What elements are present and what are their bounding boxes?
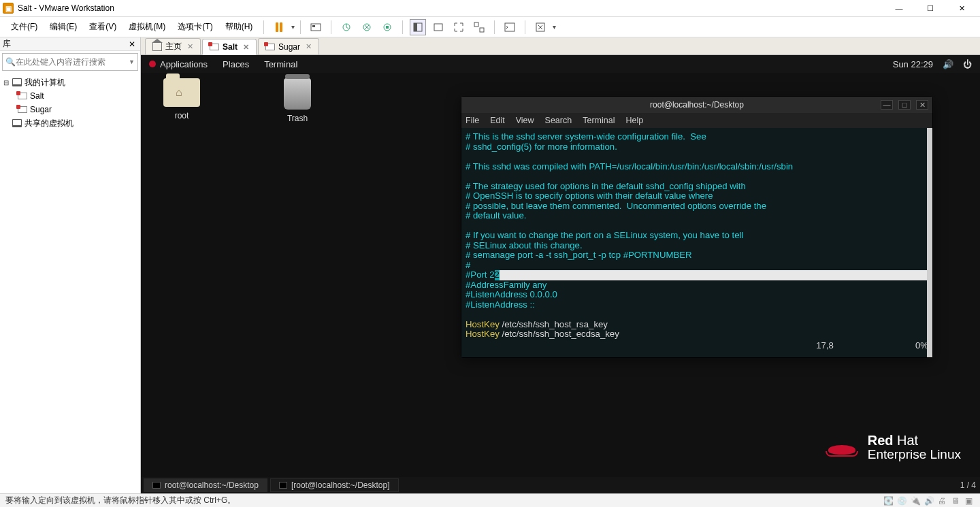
terminal-minimize-button[interactable]: — xyxy=(881,100,893,110)
gnome-places-menu[interactable]: Places xyxy=(223,59,249,69)
desktop-icon-label: root xyxy=(154,111,209,120)
device-hdd-icon[interactable]: 💽 xyxy=(883,496,893,506)
vm-pause-button[interactable] xyxy=(271,19,287,35)
redhat-icon xyxy=(149,61,156,67)
terminal-icon xyxy=(279,482,287,489)
terminal-line: # possible, but leave them commented. Un… xyxy=(466,201,932,212)
tab-close-button[interactable]: ✕ xyxy=(187,42,193,51)
menu-edit[interactable]: 编辑(E) xyxy=(44,18,82,35)
terminal-line: # OpenSSH is to specify options with the… xyxy=(466,191,932,201)
menu-help[interactable]: 帮助(H) xyxy=(220,18,259,35)
sidebar-close-button[interactable]: ✕ xyxy=(127,39,137,49)
vmware-statusbar: 要将输入定向到该虚拟机，请将鼠标指针移入其中或按 Ctrl+G。 💽 💿 🔌 🔊… xyxy=(0,493,980,507)
vm-power-dropdown[interactable]: ▾ xyxy=(291,23,295,31)
library-tree: ⊟ 我的计算机 Salt Sugar 共享的虚拟机 xyxy=(0,73,140,133)
tree-node-sugar[interactable]: Sugar xyxy=(0,103,140,116)
workspace-pager[interactable]: 1 / 4 xyxy=(960,480,976,490)
terminal-line: # This is the sshd server system-wide co… xyxy=(466,132,932,142)
desktop-icon-trash[interactable]: Trash xyxy=(270,78,325,123)
branding-text: Hat xyxy=(894,433,919,448)
tab-label: Salt xyxy=(223,42,238,52)
vm-tabs: 主页 ✕ Salt ✕ Sugar ✕ xyxy=(141,37,980,55)
terminal-titlebar[interactable]: root@localhost:~/Desktop — □ ✕ xyxy=(461,97,932,113)
terminal-menu-help[interactable]: Help xyxy=(625,116,643,125)
tree-twisty-icon[interactable]: ⊟ xyxy=(3,79,10,86)
view-fullscreen-button[interactable] xyxy=(451,19,467,35)
tab-home[interactable]: 主页 ✕ xyxy=(145,38,201,54)
branding-text: Red xyxy=(868,433,894,448)
sidebar-search[interactable]: 🔍 ▼ xyxy=(2,53,138,71)
menu-tabs[interactable]: 选项卡(T) xyxy=(172,18,218,35)
view-unity-button[interactable] xyxy=(471,19,487,35)
terminal-menu-terminal[interactable]: Terminal xyxy=(583,116,615,125)
console-button[interactable] xyxy=(502,19,518,35)
terminal-menu-edit[interactable]: Edit xyxy=(490,116,505,125)
stretch-guest-button[interactable] xyxy=(532,19,549,35)
tab-sugar[interactable]: Sugar ✕ xyxy=(258,38,319,54)
terminal-scrollbar[interactable] xyxy=(927,128,932,357)
device-printer-icon[interactable]: 🖨 xyxy=(938,496,947,506)
guest-screen[interactable]: Applications Places Terminal Sun 22:29 🔊… xyxy=(141,55,980,493)
tree-node-shared[interactable]: 共享的虚拟机 xyxy=(0,116,140,130)
device-display-icon[interactable]: 🖥 xyxy=(951,496,961,506)
snapshot-revert-button[interactable] xyxy=(359,19,375,35)
device-net-icon[interactable]: 🔌 xyxy=(911,496,920,506)
terminal-menu-search[interactable]: Search xyxy=(545,116,572,125)
vmware-titlebar: ▣ Salt - VMware Workstation — ☐ ✕ xyxy=(0,0,980,17)
terminal-line xyxy=(466,152,932,162)
terminal-menu-view[interactable]: View xyxy=(516,116,534,125)
svg-rect-10 xyxy=(480,28,484,32)
svg-rect-5 xyxy=(386,26,389,29)
main-panel: 主页 ✕ Salt ✕ Sugar ✕ Applications Places … xyxy=(141,37,980,493)
power-icon[interactable]: ⏻ xyxy=(963,59,972,69)
menu-view[interactable]: 查看(V) xyxy=(84,18,122,35)
search-dropdown-icon[interactable]: ▼ xyxy=(129,59,135,65)
snapshot-take-button[interactable] xyxy=(338,19,355,35)
svg-rect-1 xyxy=(312,25,315,27)
menu-vm[interactable]: 虚拟机(M) xyxy=(123,18,171,35)
tree-label: Sugar xyxy=(30,105,52,114)
window-maximize-button[interactable]: ☐ xyxy=(915,0,946,17)
tab-salt[interactable]: Salt ✕ xyxy=(202,39,257,55)
gnome-terminal-window[interactable]: root@localhost:~/Desktop — □ ✕ File Edit… xyxy=(461,96,933,358)
desktop-icon-root[interactable]: ⌂ root xyxy=(154,78,209,123)
tree-node-salt[interactable]: Salt xyxy=(0,89,140,103)
window-close-button[interactable]: ✕ xyxy=(946,0,977,17)
gnome-top-bar: Applications Places Terminal Sun 22:29 🔊… xyxy=(141,55,980,73)
tree-node-mycomputer[interactable]: ⊟ 我的计算机 xyxy=(0,76,140,89)
terminal-body[interactable]: # This is the sshd server system-wide co… xyxy=(461,128,932,357)
device-status-icons: 💽 💿 🔌 🔊 🖨 🖥 ▣ xyxy=(883,496,975,506)
taskbar-task-label: [root@localhost:~/Desktop] xyxy=(291,480,390,490)
gnome-applications-menu[interactable]: Applications xyxy=(160,59,208,69)
terminal-text: #Port 2 xyxy=(466,270,495,280)
sidebar-search-input[interactable] xyxy=(16,57,129,67)
volume-icon[interactable]: 🔊 xyxy=(943,59,953,69)
tab-close-button[interactable]: ✕ xyxy=(243,43,249,52)
gnome-clock[interactable]: Sun 22:29 xyxy=(893,59,933,69)
stretch-dropdown[interactable]: ▾ xyxy=(553,23,556,31)
view-console-button[interactable] xyxy=(430,19,446,35)
window-minimize-button[interactable]: — xyxy=(883,0,915,17)
terminal-close-button[interactable]: ✕ xyxy=(916,100,928,110)
tab-close-button[interactable]: ✕ xyxy=(306,42,312,51)
terminal-status-line: 17,8 0% xyxy=(466,340,932,354)
menu-file[interactable]: 文件(F) xyxy=(5,18,43,35)
view-single-button[interactable] xyxy=(410,19,426,35)
computer-icon xyxy=(12,119,22,127)
send-ctrl-alt-del-button[interactable] xyxy=(308,19,324,35)
device-cd-icon[interactable]: 💿 xyxy=(897,496,906,506)
terminal-menu-file[interactable]: File xyxy=(466,116,479,125)
taskbar-task-terminal-2[interactable]: [root@localhost:~/Desktop] xyxy=(270,478,399,492)
snapshot-manager-button[interactable] xyxy=(379,19,395,35)
window-title: Salt - VMware Workstation xyxy=(18,3,114,13)
device-more-icon[interactable]: ▣ xyxy=(965,496,975,506)
terminal-maximize-button[interactable]: □ xyxy=(898,100,911,110)
tree-twisty-icon[interactable] xyxy=(3,120,10,127)
terminal-line: #ListenAddress :: xyxy=(466,300,932,310)
terminal-line: #ListenAddress 0.0.0.0 xyxy=(466,290,932,300)
terminal-line: # xyxy=(466,261,932,271)
folder-icon: ⌂ xyxy=(163,78,200,107)
gnome-terminal-menu[interactable]: Terminal xyxy=(264,59,297,69)
taskbar-task-terminal-1[interactable]: root@localhost:~/Desktop xyxy=(144,478,267,492)
device-usb-icon[interactable]: 🔊 xyxy=(924,496,934,506)
